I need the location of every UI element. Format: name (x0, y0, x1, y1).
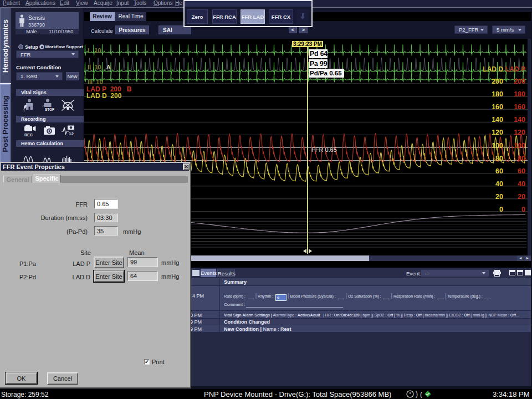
svg-text:STOP: STOP (45, 108, 55, 111)
svg-text:REC: REC (24, 133, 33, 137)
svg-text:(: ( (420, 391, 422, 398)
svg-text:): ) (416, 390, 418, 398)
svg-text:12: 12 (69, 131, 74, 136)
